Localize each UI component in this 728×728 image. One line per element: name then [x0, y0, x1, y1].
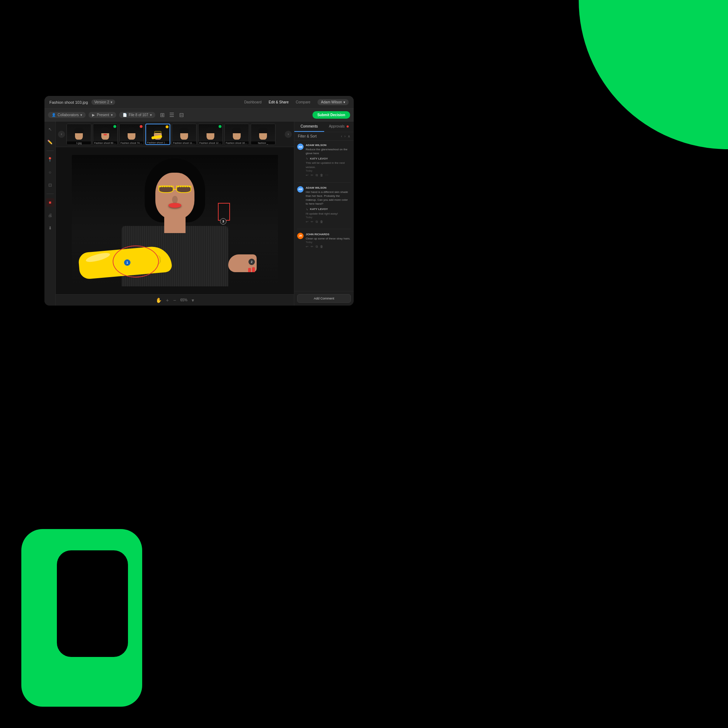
filter-icons: ‹ › ∧	[341, 134, 350, 138]
collapse-icon[interactable]: ∧	[348, 134, 350, 138]
comment-3-avatar: JR	[297, 233, 303, 239]
list-view-icon[interactable]: ☰	[168, 111, 176, 119]
reply-1-text: This will be updated in the next version…	[306, 161, 351, 169]
zoom-in-icon[interactable]: +	[166, 297, 169, 303]
comment-1-main: AW ADAM WILSON Reduce the glare/washout …	[297, 144, 351, 155]
filmstrip-item-6[interactable]: Fashion shoot 121.jpg	[198, 124, 223, 145]
annotation-marker-2[interactable]: 2	[248, 258, 255, 265]
reply-1-author: KATY LEVOY	[310, 157, 328, 160]
color-swatch[interactable]: ■	[46, 198, 54, 207]
annotation-marker-1[interactable]: 1	[124, 259, 130, 266]
filmstrip-item-2[interactable]: Fashion shoot 60.jpg	[93, 124, 118, 145]
grid-view-icon[interactable]: ⊞	[158, 111, 166, 119]
copy-icon[interactable]: ⧉	[316, 173, 318, 177]
sunglass-left	[159, 186, 173, 193]
glove-highlight	[85, 251, 110, 264]
tab-comments[interactable]: Comments	[294, 121, 324, 132]
separator	[47, 151, 54, 151]
select-tool[interactable]: ↖	[46, 125, 54, 134]
photo-nail-2	[248, 268, 251, 272]
copy-icon-3[interactable]: ⧉	[316, 245, 318, 249]
copy-icon-2[interactable]: ⧉	[316, 220, 318, 224]
comment-3-author: JOHN RICHARDS	[306, 233, 351, 236]
canvas-area: ‹ 1.jpg	[56, 121, 294, 306]
edit-icon-2[interactable]: ✏	[311, 220, 314, 223]
pin-tool[interactable]: 📍	[46, 155, 54, 164]
filmstrip-label-3: Fashion shoot 74.jpg	[120, 141, 144, 145]
decorative-cutout	[57, 551, 128, 657]
filmstrip-status-dot-active	[166, 125, 169, 128]
reply-icon-2[interactable]: ↩	[306, 220, 308, 223]
add-comment-button[interactable]: Add Comment	[297, 294, 351, 303]
comment-3-text: Clean up some of these stray hairs.	[306, 237, 351, 240]
decorative-shape-top-right	[579, 0, 728, 149]
comment-group-1: AW ADAM WILSON Reduce the glare/washout …	[297, 144, 351, 177]
comment-1-avatar: AW	[297, 144, 303, 150]
title-bar-left: Fashion shoot 103.jpg Version 2 ▾	[49, 99, 244, 105]
zoom-level: 65%	[180, 298, 187, 302]
panel-tabs: Comments Approvals	[294, 121, 354, 132]
comment-1-reply: ↳ KATY LEVOY This will be updated in the…	[306, 157, 351, 177]
zoom-dropdown-icon[interactable]: ▾	[192, 297, 194, 303]
tab-approvals[interactable]: Approvals	[324, 121, 354, 132]
download-tool[interactable]: ⬇	[46, 224, 54, 232]
edit-icon[interactable]: ✏	[311, 173, 314, 177]
pen-tool[interactable]: ✏️	[46, 138, 54, 146]
comment-1-body: ADAM WILSON Reduce the glare/washout on …	[306, 144, 351, 155]
file-title: Fashion shoot 103.jpg	[49, 100, 88, 104]
user-menu[interactable]: Adam Wilson ▾	[317, 99, 349, 105]
version-badge[interactable]: Version 2 ▾	[91, 99, 115, 105]
comment-2-text: Her hand is a different skin shade than …	[306, 190, 351, 206]
present-button[interactable]: ▶ Present ▾	[89, 112, 116, 118]
chevron-down-icon: ▾	[343, 100, 345, 104]
sunglass-dots-left	[159, 185, 173, 187]
app-window: Fashion shoot 103.jpg Version 2 ▾ Dashbo…	[44, 96, 354, 306]
filmstrip-item-5[interactable]: Fashion shoot 117.jpg	[172, 124, 196, 145]
circle-tool[interactable]: ○	[46, 168, 54, 177]
filter-sort-bar: Filter & Sort ‹ › ∧	[294, 132, 354, 141]
filmstrip-item-active[interactable]: Fashion shoot 103.jpg	[146, 124, 170, 145]
comment-group-2: AW ADAM WILSON Her hand is a different s…	[297, 186, 351, 224]
filmstrip-item-3[interactable]: Fashion shoot 74.jpg	[119, 124, 144, 145]
nav-dashboard[interactable]: Dashboard	[244, 100, 262, 104]
filmstrip-label-8: fashion _	[251, 141, 275, 145]
title-bar: Fashion shoot 103.jpg Version 2 ▾ Dashbo…	[44, 96, 354, 109]
chevron-left-icon[interactable]: ‹	[341, 134, 342, 138]
nav-compare[interactable]: Compare	[296, 100, 310, 104]
detail-view-icon[interactable]: ⊟	[177, 111, 185, 119]
crop-tool[interactable]: ⊡	[46, 181, 54, 190]
print-tool[interactable]: 🖨	[46, 211, 54, 220]
filmstrip-prev[interactable]: ‹	[58, 131, 65, 138]
filmstrip-label-5: Fashion shoot 117.jpg	[172, 141, 196, 145]
collaborators-button[interactable]: 👤 Collaborators ▾	[48, 112, 86, 118]
edit-icon-3[interactable]: ✏	[311, 245, 314, 248]
photo-lips	[169, 203, 181, 208]
hand-tool-icon[interactable]: ✋	[156, 297, 162, 303]
filmstrip-item-7[interactable]: Fashion shoot 164.jpg	[224, 124, 249, 145]
reply-indicator-1: ↳ KATY LEVOY	[306, 157, 351, 160]
reply-icon-3[interactable]: ↩	[306, 245, 308, 248]
reply-indicator-2: ↳ KATY LEVOY	[306, 208, 351, 211]
delete-icon-2[interactable]: 🗑	[320, 220, 323, 223]
filmstrip-items: 1.jpg Fashion shoot 60.j	[66, 124, 283, 145]
delete-icon-3[interactable]: 🗑	[320, 245, 323, 248]
present-icon: ▶	[92, 113, 95, 117]
filmstrip-status-dot-3	[140, 125, 143, 128]
filmstrip-item-1[interactable]: 1.jpg	[66, 124, 91, 145]
canvas-bottom-bar: ✋ + − 65% ▾	[56, 294, 294, 306]
reply-icon[interactable]: ↩	[306, 173, 308, 177]
more-icon[interactable]: ⋯	[325, 173, 328, 177]
zoom-out-icon[interactable]: −	[173, 297, 176, 303]
filmstrip-item-8[interactable]: fashion _	[251, 124, 276, 145]
delete-icon[interactable]: 🗑	[320, 173, 323, 177]
submit-decision-button[interactable]: Submit Decision	[313, 111, 350, 119]
annotation-marker-3[interactable]: 3	[220, 218, 227, 225]
chevron-down-icon: ▾	[80, 113, 82, 117]
file-counter[interactable]: 📄 File 8 of 107 ▾	[119, 112, 155, 118]
comment-1-author: ADAM WILSON	[306, 144, 351, 147]
nav-edit-share[interactable]: Edit & Share	[269, 100, 289, 104]
comment-3-actions: ↩ ✏ ⧉ 🗑	[306, 245, 351, 249]
filmstrip-next[interactable]: ›	[285, 131, 292, 138]
filter-sort-button[interactable]: Filter & Sort	[298, 134, 317, 138]
chevron-right-icon[interactable]: ›	[345, 134, 345, 138]
